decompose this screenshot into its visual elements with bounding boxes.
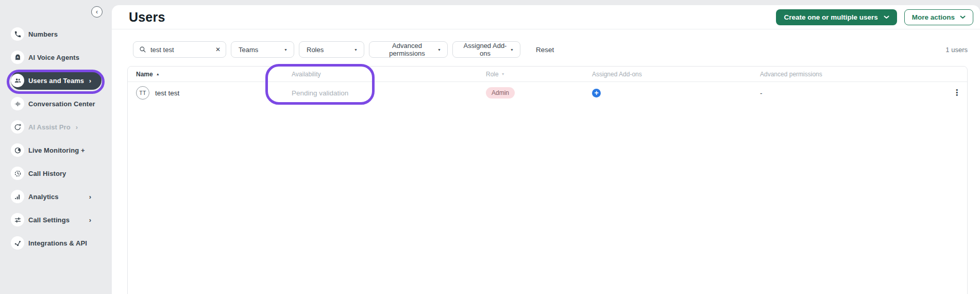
teams-filter-label: Teams <box>239 46 258 54</box>
caret-down-icon: ▼ <box>354 48 358 52</box>
column-header-label: Name <box>136 71 153 78</box>
column-header-advanced-permissions: Advanced permissions <box>760 71 935 78</box>
search-input[interactable] <box>150 46 211 54</box>
analytics-icon <box>11 190 24 203</box>
main-content: Users Create one or multiple users More … <box>112 5 980 294</box>
sidebar-item-ai-voice-agents[interactable]: A AI Voice Agents <box>11 48 102 67</box>
assigned-addons-filter-label: Assigned Add-ons <box>460 42 510 57</box>
create-users-label: Create one or multiple users <box>784 13 877 21</box>
header-actions: Create one or multiple users More action… <box>776 9 973 25</box>
search-box: ✕ <box>133 41 226 58</box>
teams-filter-dropdown[interactable]: Teams ▼ <box>231 41 294 58</box>
sidebar: ‹ Numbers A AI Voice Agents Users and Te… <box>0 0 111 294</box>
add-addon-icon[interactable]: + <box>592 89 601 97</box>
availability-cell: Pending validation <box>292 89 486 97</box>
chevron-left-icon: ‹ <box>96 8 98 15</box>
integrations-icon <box>11 236 24 250</box>
assigned-addons-cell: + <box>592 89 760 97</box>
sidebar-item-live-monitoring[interactable]: Live Monitoring + <box>11 141 102 159</box>
sidebar-item-ai-assist-pro[interactable]: AI Assist Pro › <box>11 118 102 136</box>
user-name: test test <box>155 89 179 97</box>
sidebar-item-label: AI Voice Agents <box>28 54 79 61</box>
svg-text:A: A <box>16 55 19 58</box>
sidebar-item-label: Call Settings <box>28 216 70 224</box>
search-icon <box>139 46 146 53</box>
more-actions-button[interactable]: More actions <box>904 9 973 25</box>
sidebar-item-label: Call History <box>28 170 66 177</box>
column-header-label: Role <box>486 71 499 78</box>
chevron-down-icon <box>960 15 966 19</box>
voice-agent-icon: A <box>11 51 24 64</box>
chevron-right-icon: › <box>89 77 91 85</box>
live-monitoring-icon <box>11 143 24 157</box>
sort-caret-icon: ▼ <box>501 72 505 76</box>
caret-down-icon: ▼ <box>284 48 288 52</box>
sidebar-item-label: Analytics <box>28 193 59 201</box>
sidebar-item-label: Numbers <box>28 30 58 38</box>
column-header-assigned-addons: Assigned Add-ons <box>592 71 760 78</box>
sidebar-item-label: Live Monitoring + <box>28 146 85 154</box>
column-header-availability: Availability <box>292 71 486 78</box>
sliders-icon <box>11 213 24 226</box>
assigned-addons-filter-dropdown[interactable]: Assigned Add-ons ▼ <box>452 41 520 58</box>
caret-down-icon: ▼ <box>437 48 441 52</box>
roles-filter-dropdown[interactable]: Roles ▼ <box>299 41 364 58</box>
users-icon <box>11 74 24 87</box>
sidebar-nav: Numbers A AI Voice Agents Users and Team… <box>0 0 111 252</box>
clear-search-icon[interactable]: ✕ <box>215 46 221 53</box>
page-title: Users <box>129 10 165 25</box>
sidebar-item-call-history[interactable]: Call History <box>11 164 102 183</box>
user-name-cell: TT test test <box>128 86 292 100</box>
chevron-right-icon: › <box>76 123 78 131</box>
table-header-row: Name ▲ Availability Role ▼ Assigned Add-… <box>128 67 967 82</box>
column-header-role[interactable]: Role ▼ <box>486 71 592 78</box>
sidebar-item-analytics[interactable]: Analytics › <box>11 187 102 206</box>
more-actions-label: More actions <box>912 13 955 21</box>
column-header-name[interactable]: Name ▲ <box>128 71 292 78</box>
reset-filters-link[interactable]: Reset <box>536 46 554 54</box>
sidebar-item-integrations-api[interactable]: Integrations & API <box>11 234 102 252</box>
sidebar-collapse-button[interactable]: ‹ <box>91 6 103 18</box>
table-row[interactable]: TT test test Pending validation Admin + … <box>128 82 967 104</box>
history-icon <box>11 167 24 180</box>
sort-ascending-icon: ▲ <box>156 72 160 76</box>
row-actions-cell: ⋮ <box>935 89 967 97</box>
users-table: Name ▲ Availability Role ▼ Assigned Add-… <box>127 66 968 294</box>
roles-filter-label: Roles <box>307 46 324 54</box>
avatar: TT <box>136 86 149 100</box>
user-count: 1 users <box>945 46 968 54</box>
chevron-down-icon <box>884 15 889 19</box>
phone-icon <box>11 27 24 41</box>
sidebar-item-conversation-center[interactable]: Conversation Center <box>11 94 102 113</box>
sidebar-item-label: Conversation Center <box>28 100 95 108</box>
sidebar-item-label: Integrations & API <box>28 239 87 247</box>
page-header: Users Create one or multiple users More … <box>112 5 980 29</box>
create-users-button[interactable]: Create one or multiple users <box>776 9 897 25</box>
sidebar-item-numbers[interactable]: Numbers <box>11 25 102 43</box>
chevron-right-icon: › <box>89 216 91 224</box>
advanced-permissions-cell: - <box>760 89 935 97</box>
advanced-permissions-filter-dropdown[interactable]: Advanced permissions ▼ <box>369 41 448 58</box>
role-badge: Admin <box>486 87 515 99</box>
filter-bar: ✕ Teams ▼ Roles ▼ Advanced permissions ▼… <box>133 41 968 58</box>
sidebar-item-label: Users and Teams <box>28 77 84 85</box>
sidebar-item-users-and-teams[interactable]: Users and Teams › <box>11 71 102 90</box>
waveform-icon <box>11 97 24 110</box>
advanced-permissions-filter-label: Advanced permissions <box>377 42 437 57</box>
chevron-right-icon: › <box>89 193 91 201</box>
sidebar-item-call-settings[interactable]: Call Settings › <box>11 210 102 229</box>
sidebar-item-label: AI Assist Pro <box>28 123 71 131</box>
caret-down-icon: ▼ <box>510 48 514 52</box>
kebab-menu-icon[interactable]: ⋮ <box>953 89 961 97</box>
ai-assist-icon <box>11 120 24 134</box>
role-cell: Admin <box>486 87 592 99</box>
